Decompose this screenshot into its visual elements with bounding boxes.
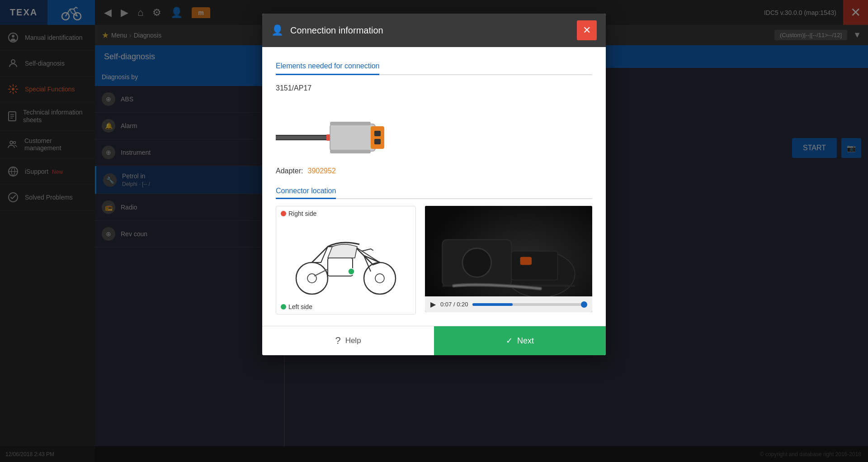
svg-rect-17 bbox=[330, 124, 375, 151]
video-progress-fill bbox=[472, 303, 512, 306]
connector-image-area bbox=[276, 99, 592, 167]
svg-rect-20 bbox=[374, 139, 381, 144]
left-side-label: Left side bbox=[281, 303, 312, 310]
svg-rect-18 bbox=[371, 126, 384, 149]
video-progress-bar[interactable] bbox=[472, 303, 587, 306]
video-area: ▶ 0:07 / 0:20 bbox=[425, 206, 592, 312]
adapter-label: Adapter: bbox=[276, 167, 303, 175]
modal-overlay: 👤 Connection information ✕ Elements need… bbox=[0, 0, 868, 462]
help-icon: ? bbox=[335, 335, 340, 347]
part-number: 3151/AP17 bbox=[276, 84, 592, 92]
svg-point-23 bbox=[296, 262, 328, 294]
location-row: Right side bbox=[276, 206, 592, 314]
right-side-label: Right side bbox=[281, 210, 316, 217]
connector-loc-tab: Connector location bbox=[276, 184, 592, 199]
video-controls: ▶ 0:07 / 0:20 bbox=[425, 296, 592, 312]
svg-rect-21 bbox=[330, 122, 371, 125]
help-label: Help bbox=[345, 336, 361, 345]
modal-title: Connection information bbox=[290, 25, 570, 36]
connector-svg bbox=[276, 104, 411, 162]
video-content-svg bbox=[425, 206, 592, 296]
tab-connector-location[interactable]: Connector location bbox=[276, 184, 336, 199]
modal-tab-row: Elements needed for connection bbox=[276, 58, 592, 75]
tab-elements[interactable]: Elements needed for connection bbox=[276, 58, 379, 75]
svg-point-28 bbox=[348, 268, 354, 275]
video-progress-dot bbox=[581, 301, 587, 308]
bike-diagram-svg bbox=[283, 224, 409, 296]
modal-body: Elements needed for connection 3151/AP17 bbox=[262, 47, 606, 326]
connection-modal: 👤 Connection information ✕ Elements need… bbox=[262, 14, 606, 355]
svg-rect-22 bbox=[330, 150, 371, 153]
modal-user-icon: 👤 bbox=[271, 24, 283, 36]
svg-rect-36 bbox=[520, 257, 532, 265]
help-button[interactable]: ? Help bbox=[262, 326, 434, 355]
next-check-icon: ✓ bbox=[506, 336, 513, 346]
next-button[interactable]: ✓ Next bbox=[434, 326, 606, 355]
modal-footer: ? Help ✓ Next bbox=[262, 326, 606, 355]
bike-diagram: Right side bbox=[276, 206, 416, 314]
svg-point-26 bbox=[375, 274, 384, 283]
svg-point-33 bbox=[462, 248, 491, 277]
svg-rect-34 bbox=[511, 251, 557, 280]
video-time: 0:07 / 0:20 bbox=[440, 301, 468, 308]
green-dot bbox=[281, 304, 286, 310]
svg-rect-19 bbox=[374, 131, 381, 136]
red-dot bbox=[281, 211, 286, 216]
play-button[interactable]: ▶ bbox=[430, 300, 436, 309]
adapter-number: 3902952 bbox=[307, 167, 335, 175]
modal-header: 👤 Connection information ✕ bbox=[262, 14, 606, 47]
next-label: Next bbox=[517, 336, 534, 346]
video-thumbnail[interactable] bbox=[425, 206, 592, 296]
adapter-row: Adapter: 3902952 bbox=[276, 167, 592, 175]
modal-close-button[interactable]: ✕ bbox=[577, 20, 597, 40]
